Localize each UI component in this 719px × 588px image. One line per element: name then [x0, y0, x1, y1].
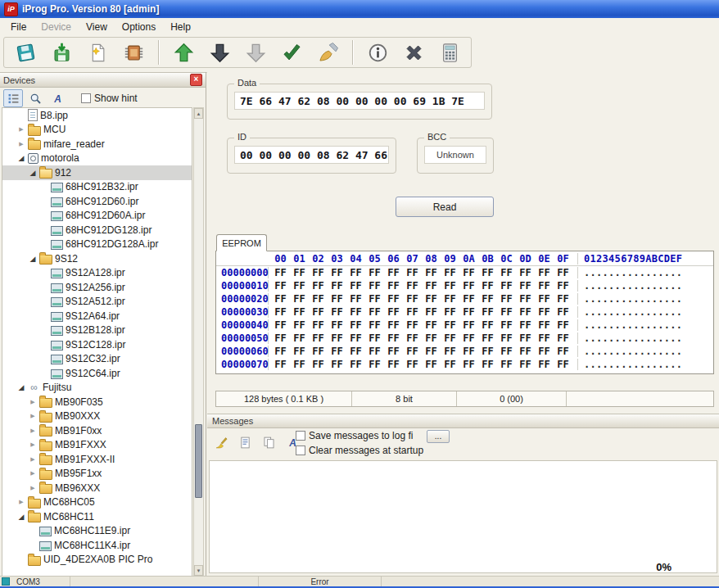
hex-byte-cell[interactable]: FF: [365, 293, 384, 305]
tree-item-fujitsu[interactable]: ◢∞Fujitsu: [2, 381, 192, 396]
hex-byte-cell[interactable]: FF: [384, 359, 403, 370]
hex-byte-cell[interactable]: FF: [422, 280, 441, 292]
save-log-checkbox[interactable]: [296, 431, 305, 441]
tree-item-mb91fxxx[interactable]: ▶MB91FXXX: [2, 438, 192, 453]
hex-byte-cell[interactable]: FF: [497, 346, 516, 357]
tree-item-mifare-reader[interactable]: ▶mifare_reader: [2, 137, 192, 152]
hex-byte-cell[interactable]: FF: [309, 359, 328, 370]
hex-byte-cell[interactable]: FF: [441, 280, 459, 292]
show-hint-checkbox[interactable]: [81, 93, 91, 103]
menu-help[interactable]: Help: [163, 19, 198, 35]
tree-item-mb90xxx[interactable]: ▶MB90XXX: [2, 409, 192, 424]
hex-byte-cell[interactable]: FF: [497, 280, 516, 292]
hex-byte-cell[interactable]: FF: [328, 280, 346, 292]
hex-byte-cell[interactable]: FF: [309, 280, 328, 292]
hex-byte-cell[interactable]: FF: [290, 280, 309, 292]
menu-options[interactable]: Options: [115, 19, 163, 35]
hex-byte-cell[interactable]: FF: [554, 280, 572, 292]
hex-byte-cell[interactable]: FF: [384, 346, 403, 357]
chip-icon[interactable]: [119, 38, 148, 66]
collapse-arrow-icon[interactable]: ◢: [17, 383, 25, 391]
hex-byte-cell[interactable]: FF: [328, 346, 346, 357]
hex-byte-cell[interactable]: FF: [271, 267, 290, 278]
menu-device[interactable]: Device: [34, 19, 79, 35]
hex-byte-cell[interactable]: FF: [403, 267, 422, 278]
hex-byte-cell[interactable]: FF: [290, 359, 309, 370]
search-icon[interactable]: [25, 89, 45, 107]
hex-byte-cell[interactable]: FF: [346, 346, 365, 357]
hex-byte-cell[interactable]: FF: [422, 306, 441, 318]
hex-byte-cell[interactable]: FF: [535, 293, 554, 305]
hex-byte-cell[interactable]: FF: [384, 280, 403, 292]
tree-item-68hc912d60-ipr[interactable]: 68HC912D60.ipr: [2, 194, 192, 209]
hex-byte-cell[interactable]: FF: [328, 306, 346, 318]
tree-item-9s12c128-ipr[interactable]: 9S12C128.ipr: [2, 337, 192, 352]
hex-byte-cell[interactable]: FF: [290, 332, 309, 344]
hex-byte-cell[interactable]: FF: [554, 346, 572, 357]
hex-byte-cell[interactable]: FF: [441, 306, 459, 318]
hex-byte-cell[interactable]: FF: [271, 319, 290, 331]
collapse-arrow-icon[interactable]: ◢: [29, 255, 37, 263]
hex-byte-cell[interactable]: FF: [346, 267, 365, 278]
hex-byte-cell[interactable]: FF: [478, 280, 497, 292]
hex-byte-cell[interactable]: FF: [441, 319, 459, 331]
download-alt-icon[interactable]: [241, 38, 270, 66]
hex-byte-cell[interactable]: FF: [554, 267, 572, 278]
erase-icon[interactable]: [313, 38, 342, 66]
hex-byte-cell[interactable]: FF: [516, 332, 535, 344]
tree-item-68hc912dg128-ipr[interactable]: 68HC912DG128.ipr: [2, 223, 192, 237]
hex-byte-cell[interactable]: FF: [554, 359, 572, 370]
hex-byte-cell[interactable]: FF: [403, 293, 422, 305]
expand-arrow-icon[interactable]: ▶: [29, 413, 37, 419]
hex-byte-cell[interactable]: FF: [554, 319, 572, 331]
expand-arrow-icon[interactable]: ▶: [29, 470, 37, 477]
hex-byte-cell[interactable]: FF: [441, 359, 459, 370]
expand-arrow-icon[interactable]: ▶: [29, 399, 37, 405]
hex-byte-cell[interactable]: FF: [516, 267, 535, 278]
tree-item-68hc912b32-ipr[interactable]: 68HC912B32.ipr: [2, 180, 192, 195]
hex-byte-cell[interactable]: FF: [478, 346, 497, 357]
hex-byte-cell[interactable]: FF: [497, 306, 516, 318]
hex-byte-cell[interactable]: FF: [384, 332, 403, 344]
collapse-arrow-icon[interactable]: ◢: [17, 513, 25, 521]
tree-item-mb90f035[interactable]: ▶MB90F035: [2, 395, 192, 409]
tree-item-68hc912d60a-ipr[interactable]: 68HC912D60A.ipr: [2, 209, 192, 224]
messages-log-area[interactable]: [209, 460, 717, 573]
hex-byte-cell[interactable]: FF: [497, 267, 516, 278]
tree-item-9s12[interactable]: ◢9S12: [2, 251, 192, 266]
hex-byte-cell[interactable]: FF: [271, 293, 290, 305]
tree-item-mcu[interactable]: ▶MCU: [2, 123, 192, 138]
hex-byte-cell[interactable]: FF: [441, 346, 459, 357]
hex-byte-cell[interactable]: FF: [535, 267, 554, 278]
close-devices-button[interactable]: ×: [190, 74, 202, 86]
hex-byte-cell[interactable]: FF: [422, 346, 441, 357]
hex-byte-cell[interactable]: FF: [403, 346, 422, 357]
hex-byte-cell[interactable]: FF: [459, 280, 478, 292]
hex-byte-cell[interactable]: FF: [346, 319, 365, 331]
hex-byte-cell[interactable]: FF: [403, 319, 422, 331]
info-icon[interactable]: [363, 38, 392, 66]
hex-byte-cell[interactable]: FF: [384, 267, 403, 278]
hex-byte-cell[interactable]: FF: [422, 267, 441, 278]
tree-item-9s12a128-ipr[interactable]: 9S12A128.ipr: [2, 266, 192, 281]
hex-byte-cell[interactable]: FF: [422, 319, 441, 331]
tree-item-uid-4de2xa0b-pic-pro[interactable]: UID_4DE2XA0B PIC Pro: [2, 553, 192, 568]
hex-byte-cell[interactable]: FF: [535, 280, 554, 292]
hex-byte-cell[interactable]: FF: [554, 332, 572, 344]
cancel-icon[interactable]: [399, 38, 428, 66]
log-icon[interactable]: [235, 433, 255, 451]
verify-icon[interactable]: [277, 38, 306, 66]
hex-byte-cell[interactable]: FF: [309, 332, 328, 344]
font-icon[interactable]: A: [47, 89, 67, 107]
tab-eeprom[interactable]: EEPROM: [216, 234, 267, 251]
tree-item-9s12a64-ipr[interactable]: 9S12A64.ipr: [2, 309, 192, 323]
tree-item-mb95f1xx[interactable]: ▶MB95F1xx: [2, 467, 192, 482]
hex-byte-cell[interactable]: FF: [290, 267, 309, 278]
expand-arrow-icon[interactable]: ▶: [17, 499, 25, 505]
tree-item-9s12b128-ipr[interactable]: 9S12B128.ipr: [2, 323, 192, 338]
hex-byte-cell[interactable]: FF: [290, 319, 309, 331]
hex-byte-cell[interactable]: FF: [478, 267, 497, 278]
hex-byte-cell[interactable]: FF: [459, 306, 478, 318]
hex-byte-cell[interactable]: FF: [309, 293, 328, 305]
hex-byte-cell[interactable]: FF: [459, 332, 478, 344]
